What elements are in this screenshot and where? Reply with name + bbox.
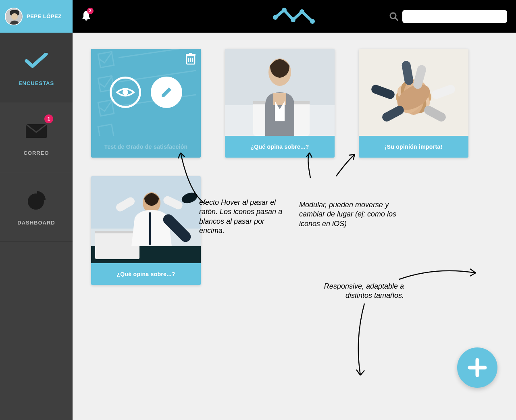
svg-point-9 <box>310 19 315 24</box>
avatar[interactable] <box>5 8 23 25</box>
card-title: ¿Qué opina sobre...? <box>225 136 335 158</box>
notif-badge: 2 <box>87 8 94 14</box>
envelope-icon <box>24 119 48 143</box>
svg-point-10 <box>390 13 396 19</box>
username: PEPE LÓPEZ <box>27 13 62 19</box>
card-image <box>91 176 201 263</box>
edit-button[interactable] <box>151 77 182 108</box>
logo <box>272 6 316 27</box>
svg-point-8 <box>300 9 304 14</box>
svg-point-7 <box>291 17 295 22</box>
sidebar-item-surveys[interactable]: ENCUESTAS <box>0 33 73 102</box>
card-image <box>225 49 335 136</box>
card-title: ¿Qué opina sobre...? <box>91 263 201 285</box>
check-icon <box>24 49 48 73</box>
notifications-button[interactable]: 2 <box>81 10 91 23</box>
svg-point-5 <box>273 15 278 20</box>
svg-line-11 <box>395 18 398 21</box>
survey-card[interactable]: ¡Su opinión importa! <box>359 49 468 158</box>
svg-point-26 <box>123 89 128 95</box>
nav-label-dashboard: DASHBOARD <box>17 220 55 226</box>
survey-card[interactable]: Test de Grado de satisfacción <box>91 49 201 158</box>
content-area: Test de Grado de satisfacción <box>73 33 516 420</box>
main: 2 <box>73 0 516 420</box>
sidebar-item-mail[interactable]: 1 CORREO <box>0 102 73 172</box>
add-button[interactable] <box>457 347 497 388</box>
plus-icon <box>467 358 487 378</box>
search-input[interactable] <box>402 10 507 23</box>
survey-card[interactable]: ¿Qué opina sobre...? <box>225 49 335 158</box>
nav-label-mail: CORREO <box>23 150 49 156</box>
card-title: Test de Grado de satisfacción <box>91 136 201 158</box>
piechart-icon <box>24 188 48 212</box>
card-title: ¡Su opinión importa! <box>359 136 468 158</box>
search-icon <box>389 12 398 21</box>
mail-badge: 1 <box>44 114 53 123</box>
nav-label-surveys: ENCUESTAS <box>19 80 54 86</box>
topbar: 2 <box>73 0 516 33</box>
pencil-icon <box>159 85 174 100</box>
sidebar-item-dashboard[interactable]: DASHBOARD <box>0 172 73 242</box>
survey-card[interactable]: ¿Qué opina sobre...? <box>91 176 201 285</box>
sidebar: PEPE LÓPEZ ENCUESTAS 1 CORREO <box>0 0 73 420</box>
svg-point-6 <box>282 8 287 12</box>
svg-rect-50 <box>95 231 139 233</box>
svg-point-2 <box>11 13 18 20</box>
sidebar-header: PEPE LÓPEZ <box>0 0 73 33</box>
eye-icon <box>116 86 135 98</box>
card-image <box>359 49 468 136</box>
preview-button[interactable] <box>110 77 141 108</box>
